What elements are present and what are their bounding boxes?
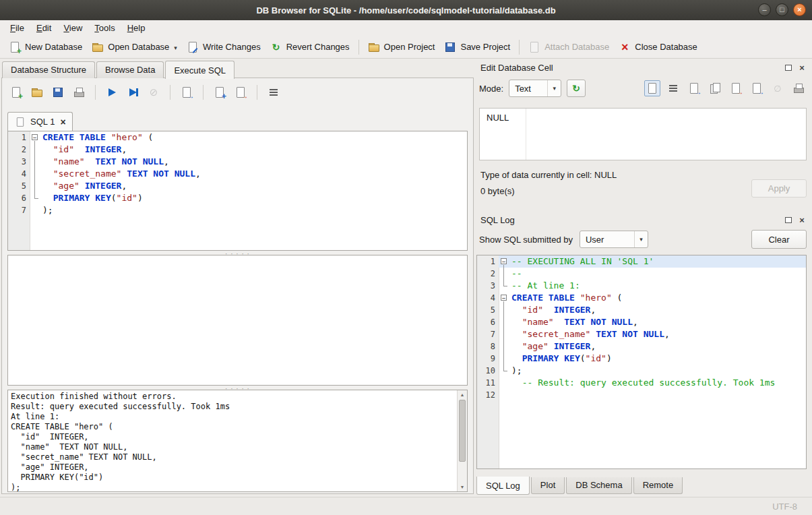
chevron-down-icon: [634, 231, 648, 247]
code-token: (: [143, 132, 154, 142]
scrollbar-thumb[interactable]: [459, 400, 466, 462]
results-pane: [7, 255, 468, 386]
code-token: -- EXECUTING ALL IN 'SQL 1': [511, 256, 654, 266]
find-replace-icon: [235, 86, 247, 98]
close-window-button[interactable]: ×: [793, 3, 806, 16]
import-file-button[interactable]: [728, 80, 744, 96]
open-project-button[interactable]: Open Project: [363, 38, 440, 56]
submitter-select[interactable]: User: [580, 231, 648, 248]
float-dock-icon[interactable]: [784, 63, 793, 72]
close-tab-icon[interactable]: ×: [60, 117, 65, 127]
fold-marker[interactable]: [499, 255, 509, 268]
fold-marker[interactable]: [30, 144, 40, 156]
copy-button[interactable]: [707, 80, 723, 96]
export-file-button[interactable]: [749, 80, 765, 96]
fold-marker[interactable]: [499, 268, 509, 280]
tab-browse-data[interactable]: Browse Data: [96, 61, 164, 78]
menu-tools[interactable]: Tools: [88, 21, 121, 35]
fold-marker[interactable]: [30, 168, 40, 180]
line-number: 6: [477, 316, 499, 328]
fold-marker[interactable]: [30, 180, 40, 192]
titlebar: DB Browser for SQLite - /home/user/code/…: [0, 0, 812, 20]
sql-log-view[interactable]: 1-- EXECUTING ALL IN 'SQL 1'2--3-- At li…: [476, 255, 807, 469]
line-number: 1: [477, 255, 499, 268]
open-sql-file-button[interactable]: [28, 84, 46, 100]
minimize-button[interactable]: –: [758, 3, 771, 16]
line-number: 5: [8, 180, 30, 192]
set-null-button[interactable]: [770, 80, 786, 96]
log-line: At line 1:: [11, 412, 454, 422]
sql-log-title: SQL Log: [480, 215, 515, 225]
tab-remote[interactable]: Remote: [633, 477, 683, 494]
export-results-button[interactable]: [178, 84, 195, 100]
tab-plot[interactable]: Plot: [531, 477, 565, 494]
write-changes-button[interactable]: Write Changes: [182, 38, 266, 56]
new-database-button[interactable]: New Database: [4, 38, 87, 56]
code-text: );: [509, 365, 806, 377]
apply-button[interactable]: Apply: [751, 179, 807, 198]
scrollbar[interactable]: [457, 390, 467, 491]
maximize-button[interactable]: □: [776, 3, 788, 16]
print-cell-button[interactable]: [790, 80, 807, 96]
toolbar-separator: [358, 40, 359, 55]
code-line: 8 "age" INTEGER,: [477, 340, 806, 353]
scroll-down-icon[interactable]: [458, 483, 467, 491]
fold-marker[interactable]: [499, 304, 509, 316]
fold-marker[interactable]: [30, 192, 40, 204]
code-token: "name": [522, 317, 554, 327]
code-token: "age": [522, 341, 549, 351]
code-token: ): [137, 193, 143, 203]
code-token: );: [511, 365, 522, 375]
text-mode-button[interactable]: [644, 80, 660, 96]
find-replace-button[interactable]: [232, 84, 249, 100]
stop-button[interactable]: [145, 84, 162, 100]
code-token: ,: [590, 341, 596, 351]
cell-editor[interactable]: NULL: [479, 108, 807, 160]
attach-database-button[interactable]: Attach Database: [524, 38, 614, 56]
tab-db-schema[interactable]: DB Schema: [566, 477, 631, 494]
fold-marker[interactable]: [499, 328, 509, 340]
close-database-button[interactable]: Close Database: [614, 38, 702, 56]
sql-editor[interactable]: 1CREATE TABLE "hero" (2 "id" INTEGER,3 "…: [7, 131, 468, 251]
execution-log-pane[interactable]: Execution finished without errors.Result…: [7, 390, 468, 492]
float-dock-icon[interactable]: [784, 215, 793, 224]
scroll-up-icon[interactable]: [458, 390, 467, 399]
menu-edit[interactable]: Edit: [30, 21, 57, 35]
menu-view[interactable]: View: [57, 21, 88, 35]
code-text: "name" TEXT NOT NULL,: [509, 316, 806, 328]
fold-marker[interactable]: [499, 365, 509, 377]
open-external-button[interactable]: [686, 80, 702, 96]
word-wrap-button[interactable]: [665, 80, 681, 96]
menu-help[interactable]: Help: [121, 21, 152, 35]
execute-all-button[interactable]: [103, 84, 121, 100]
new-tab-button[interactable]: [7, 84, 25, 100]
print-button[interactable]: [70, 84, 88, 100]
clear-button[interactable]: Clear: [751, 230, 807, 249]
tab-database-structure[interactable]: Database Structure: [2, 61, 95, 78]
menu-file[interactable]: File: [4, 21, 30, 35]
tab-execute-sql[interactable]: Execute SQL: [165, 61, 235, 79]
save-project-button[interactable]: Save Project: [439, 38, 515, 56]
tab-sql-log[interactable]: SQL Log: [476, 477, 530, 495]
save-results-button[interactable]: [211, 84, 228, 100]
line-number: 9: [477, 353, 499, 365]
save-sql-file-button[interactable]: [49, 84, 67, 100]
fold-marker[interactable]: [499, 340, 509, 353]
revert-changes-button[interactable]: Revert Changes: [266, 38, 354, 56]
auto-format-button[interactable]: [265, 84, 282, 100]
mode-select[interactable]: Text: [509, 80, 561, 97]
open-database-button[interactable]: Open Database: [87, 38, 182, 56]
fold-marker[interactable]: [30, 156, 40, 168]
fold-marker[interactable]: [499, 353, 509, 365]
fold-marker[interactable]: [30, 131, 40, 144]
tab-sql-1[interactable]: SQL 1 ×: [7, 112, 73, 131]
fold-marker[interactable]: [499, 292, 509, 304]
code-token: [42, 144, 53, 154]
execute-current-line-button[interactable]: [124, 84, 142, 100]
code-token: [511, 305, 522, 315]
fold-marker[interactable]: [499, 280, 509, 292]
fold-marker[interactable]: [499, 316, 509, 328]
close-dock-icon[interactable]: [797, 63, 807, 72]
close-dock-icon[interactable]: [797, 215, 807, 224]
apply-mode-button[interactable]: [567, 80, 586, 97]
